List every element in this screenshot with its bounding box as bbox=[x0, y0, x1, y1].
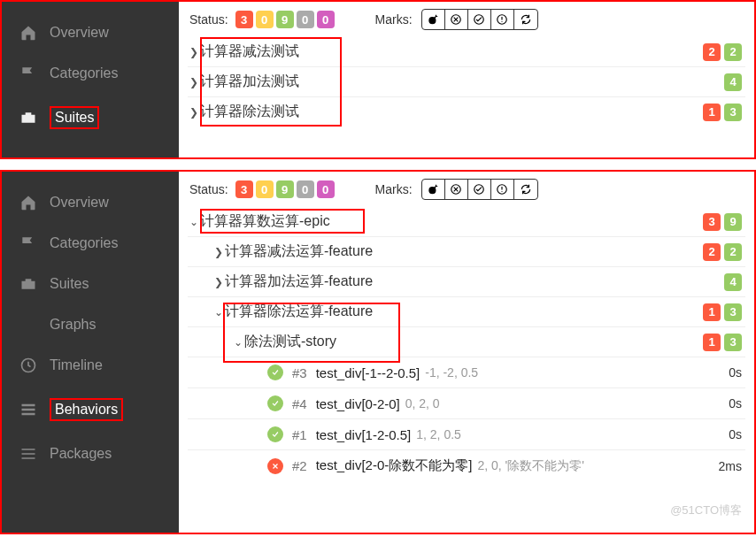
status-badge[interactable]: 0 bbox=[317, 11, 335, 28]
sidebar-item-suites[interactable]: Suites bbox=[2, 264, 179, 304]
count-badges: 13 bbox=[703, 334, 742, 351]
chevron-right-icon[interactable]: ❯ bbox=[212, 276, 225, 288]
test-row[interactable]: #3test_div[-1--2-0.5]-1, -2, 0.50s bbox=[188, 357, 745, 387]
home-icon bbox=[19, 195, 37, 211]
sidebar-item-graphs[interactable]: Graphs bbox=[2, 304, 179, 345]
sidebar-item-overview[interactable]: Overview bbox=[2, 12, 179, 53]
list-icon bbox=[19, 402, 37, 418]
status-badge[interactable]: 0 bbox=[297, 180, 314, 198]
epic-title: 计算器算数运算-epic bbox=[200, 212, 703, 231]
chevron-right-icon[interactable]: ❯ bbox=[188, 106, 200, 119]
test-name: test_div[-1--2-0.5] bbox=[316, 365, 420, 380]
mark-alert-button[interactable] bbox=[491, 10, 514, 29]
test-number: #1 bbox=[292, 427, 307, 442]
count-badge: 3 bbox=[724, 104, 742, 121]
pass-icon bbox=[267, 395, 283, 411]
status-badge[interactable]: 0 bbox=[256, 11, 274, 28]
count-badges: 22 bbox=[703, 243, 742, 261]
briefcase-icon bbox=[19, 276, 37, 292]
behaviors-panel: OverviewCategoriesSuitesGraphsTimelineBe… bbox=[0, 170, 756, 534]
sidebar-item-behaviors[interactable]: Behaviors bbox=[2, 386, 179, 433]
count-badge: 3 bbox=[724, 334, 742, 351]
chevron-right-icon[interactable]: ❯ bbox=[212, 246, 225, 258]
svg-point-0 bbox=[429, 18, 436, 24]
status-badge[interactable]: 3 bbox=[235, 180, 253, 198]
feature-row[interactable]: ❯ 计算器减法运算-feature22 bbox=[188, 236, 745, 266]
test-duration: 2ms bbox=[719, 459, 742, 473]
toolbar-bottom: Status:30900Marks: bbox=[179, 172, 754, 205]
sidebar-item-timeline[interactable]: Timeline bbox=[2, 345, 179, 386]
status-badge[interactable]: 0 bbox=[317, 180, 335, 198]
chevron-right-icon[interactable]: ❯ bbox=[188, 76, 200, 88]
mark-refresh-button[interactable] bbox=[514, 10, 537, 29]
test-row[interactable]: #4test_div[0-2-0]0, 2, 00s bbox=[188, 387, 745, 418]
sidebar-item-categories[interactable]: Categories bbox=[2, 223, 179, 264]
sidebar-item-overview[interactable]: Overview bbox=[2, 182, 179, 223]
suite-row[interactable]: ❯ 计算器减法测试22 bbox=[188, 37, 745, 66]
behaviors-main: Status:30900Marks: ⌄计算器算数运算-epic39❯ 计算器减… bbox=[179, 172, 754, 533]
briefcase-icon bbox=[19, 110, 37, 126]
story-row[interactable]: ⌄ 除法测试-story13 bbox=[188, 326, 745, 357]
mark-alert-button[interactable] bbox=[491, 180, 514, 199]
test-number: #2 bbox=[292, 458, 307, 473]
test-duration: 0s bbox=[729, 396, 742, 410]
status-badge[interactable]: 3 bbox=[235, 11, 253, 28]
status-badge[interactable]: 9 bbox=[276, 180, 294, 198]
status-badge[interactable]: 0 bbox=[256, 180, 274, 198]
mark-check-button[interactable] bbox=[468, 10, 491, 29]
test-number: #4 bbox=[292, 396, 307, 411]
home-icon bbox=[19, 25, 37, 41]
suite-title: 计算器减法测试 bbox=[200, 42, 703, 61]
feature-row[interactable]: ⌄ 计算器除法运算-feature13 bbox=[188, 296, 745, 326]
suite-row[interactable]: ❯ 计算器加法测试4 bbox=[188, 66, 745, 96]
test-row[interactable]: #2test_div[2-0-除数不能为零]2, 0, '除数不能为零'2ms bbox=[188, 449, 745, 481]
status-label: Status: bbox=[189, 12, 228, 27]
count-badges: 13 bbox=[703, 303, 742, 321]
sidebar-item-label: Graphs bbox=[50, 317, 96, 333]
suites-panel: OverviewCategoriesSuites Status:30900Mar… bbox=[0, 0, 756, 159]
test-number: #3 bbox=[292, 365, 307, 380]
count-badge: 3 bbox=[724, 303, 742, 321]
mark-x-button[interactable] bbox=[445, 10, 468, 29]
test-duration: 0s bbox=[729, 365, 742, 380]
sidebar-item-label: Categories bbox=[50, 235, 118, 251]
mark-bomb-button[interactable] bbox=[422, 180, 445, 199]
sidebar-item-packages[interactable]: Packages bbox=[2, 433, 179, 474]
mark-x-button[interactable] bbox=[445, 180, 468, 199]
sidebar-item-label: Categories bbox=[50, 65, 118, 81]
mark-check-button[interactable] bbox=[468, 180, 491, 199]
status-badge[interactable]: 9 bbox=[276, 11, 294, 28]
count-badge: 2 bbox=[724, 243, 742, 261]
test-params: 1, 2, 0.5 bbox=[416, 427, 461, 441]
test-name: test_div[1-2-0.5] bbox=[316, 427, 412, 442]
feature-title: 计算器除法运算-feature bbox=[225, 303, 703, 321]
epic-row[interactable]: ⌄计算器算数运算-epic39 bbox=[188, 207, 745, 236]
sidebar-item-suites[interactable]: Suites bbox=[2, 94, 179, 142]
feature-row[interactable]: ❯ 计算器加法运算-feature4 bbox=[188, 266, 745, 296]
mark-bomb-button[interactable] bbox=[422, 10, 445, 29]
count-badges: 4 bbox=[724, 273, 742, 291]
test-duration: 0s bbox=[729, 427, 742, 441]
suite-row[interactable]: ❯ 计算器除法测试13 bbox=[188, 96, 745, 127]
mark-refresh-button[interactable] bbox=[514, 180, 537, 199]
marks-group bbox=[421, 179, 538, 200]
status-label: Status: bbox=[189, 182, 228, 196]
chevron-down-icon[interactable]: ⌄ bbox=[212, 306, 225, 318]
marks-group bbox=[421, 9, 538, 30]
status-badges: 30900 bbox=[235, 11, 335, 28]
sidebar-item-categories[interactable]: Categories bbox=[2, 53, 179, 94]
count-badges: 4 bbox=[724, 73, 742, 91]
chevron-right-icon[interactable]: ❯ bbox=[188, 46, 200, 58]
count-badge: 1 bbox=[703, 334, 721, 351]
sidebar-item-label: Overview bbox=[50, 25, 109, 41]
chevron-down-icon[interactable]: ⌄ bbox=[188, 216, 200, 228]
sidebar-item-label: Overview bbox=[50, 195, 109, 211]
behaviors-tree: ⌄计算器算数运算-epic39❯ 计算器减法运算-feature22❯ 计算器加… bbox=[179, 205, 754, 533]
test-params: -1, -2, 0.5 bbox=[425, 365, 478, 380]
status-badge[interactable]: 0 bbox=[297, 11, 314, 28]
toolbar-top: Status:30900Marks: bbox=[179, 2, 754, 35]
count-badge: 2 bbox=[724, 43, 742, 61]
chevron-down-icon[interactable]: ⌄ bbox=[232, 336, 244, 349]
suites-tree: ❯ 计算器减法测试22❯ 计算器加法测试4❯ 计算器除法测试13 bbox=[179, 35, 754, 157]
test-row[interactable]: #1test_div[1-2-0.5]1, 2, 0.50s bbox=[188, 418, 745, 449]
